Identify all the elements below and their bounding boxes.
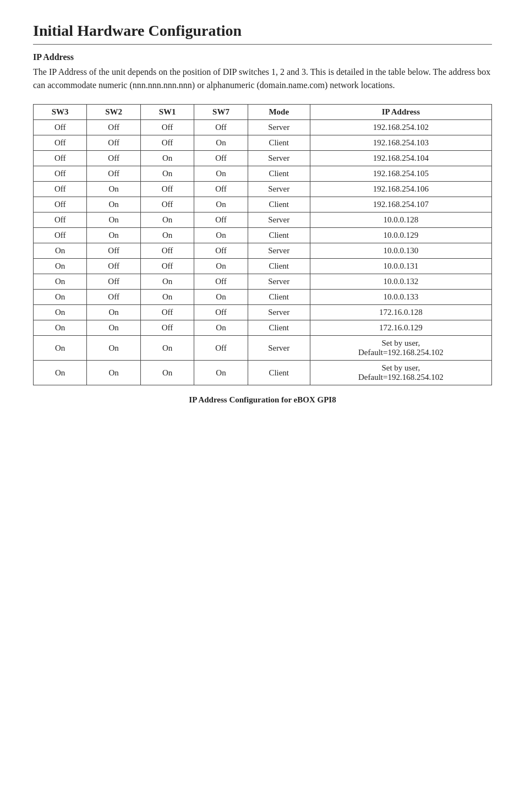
table-cell: On xyxy=(87,336,140,361)
table-cell: On xyxy=(194,361,248,385)
table-cell: On xyxy=(34,243,87,259)
table-cell: On xyxy=(87,212,140,228)
table-cell: On xyxy=(34,259,87,274)
table-cell: Off xyxy=(140,305,194,320)
table-cell: Off xyxy=(87,274,140,290)
table-row: OnOffOnOnClient10.0.0.133 xyxy=(34,290,492,305)
table-header-cell: SW2 xyxy=(87,105,140,120)
table-cell: Off xyxy=(194,305,248,320)
table-cell: On xyxy=(87,182,140,197)
table-cell: Server xyxy=(248,212,310,228)
table-cell: On xyxy=(87,197,140,212)
table-cell: Off xyxy=(194,120,248,135)
table-cell: 192.168.254.105 xyxy=(310,166,491,182)
table-cell: On xyxy=(87,228,140,243)
table-cell: 10.0.0.133 xyxy=(310,290,491,305)
table-cell: On xyxy=(34,305,87,320)
table-cell: 172.16.0.128 xyxy=(310,305,491,320)
table-cell: Server xyxy=(248,305,310,320)
table-row: OffOnOffOffServer192.168.254.106 xyxy=(34,182,492,197)
section-heading: IP Address xyxy=(33,52,492,62)
table-body: OffOffOffOffServer192.168.254.102OffOffO… xyxy=(34,120,492,385)
table-cell: Off xyxy=(194,212,248,228)
table-header-cell: SW3 xyxy=(34,105,87,120)
table-row: OnOnOnOnClientSet by user,Default=192.16… xyxy=(34,361,492,385)
table-cell: Server xyxy=(248,151,310,166)
table-cell: Client xyxy=(248,361,310,385)
table-cell: Set by user,Default=192.168.254.102 xyxy=(310,336,491,361)
table-cell: 192.168.254.102 xyxy=(310,120,491,135)
table-cell: Server xyxy=(248,336,310,361)
table-caption: IP Address Configuration for eBOX GPI8 xyxy=(33,395,492,405)
table-cell: Off xyxy=(87,120,140,135)
table-cell: Off xyxy=(34,166,87,182)
table-cell: On xyxy=(194,259,248,274)
table-cell: On xyxy=(194,290,248,305)
page-title: Initial Hardware Configuration xyxy=(33,22,492,40)
table-cell: 192.168.254.107 xyxy=(310,197,491,212)
table-cell: On xyxy=(34,290,87,305)
table-cell: Off xyxy=(194,182,248,197)
ip-config-table: SW3SW2SW1SW7ModeIP Address OffOffOffOffS… xyxy=(33,104,492,385)
table-cell: Off xyxy=(34,182,87,197)
table-cell: 10.0.0.129 xyxy=(310,228,491,243)
table-cell: Client xyxy=(248,197,310,212)
table-row: OffOffOnOnClient192.168.254.105 xyxy=(34,166,492,182)
table-cell: Off xyxy=(194,151,248,166)
table-cell: On xyxy=(140,151,194,166)
table-cell: On xyxy=(194,166,248,182)
table-cell: Server xyxy=(248,243,310,259)
table-row: OnOffOnOffServer10.0.0.132 xyxy=(34,274,492,290)
table-cell: On xyxy=(140,274,194,290)
table-cell: On xyxy=(140,212,194,228)
table-cell: 172.16.0.129 xyxy=(310,320,491,336)
table-cell: Client xyxy=(248,290,310,305)
table-cell: Client xyxy=(248,228,310,243)
table-cell: Server xyxy=(248,120,310,135)
table-cell: On xyxy=(140,228,194,243)
table-cell: Server xyxy=(248,182,310,197)
table-cell: On xyxy=(140,361,194,385)
table-header-cell: SW1 xyxy=(140,105,194,120)
table-header-row: SW3SW2SW1SW7ModeIP Address xyxy=(34,105,492,120)
table-row: OffOnOnOffServer10.0.0.128 xyxy=(34,212,492,228)
table-cell: 10.0.0.132 xyxy=(310,274,491,290)
table-cell: Off xyxy=(34,212,87,228)
table-cell: Off xyxy=(140,320,194,336)
table-row: OffOnOnOnClient10.0.0.129 xyxy=(34,228,492,243)
table-header-cell: IP Address xyxy=(310,105,491,120)
table-cell: Off xyxy=(194,336,248,361)
table-cell: On xyxy=(34,336,87,361)
table-cell: Off xyxy=(87,290,140,305)
table-cell: On xyxy=(34,320,87,336)
table-cell: Off xyxy=(140,243,194,259)
table-cell: On xyxy=(34,274,87,290)
table-cell: On xyxy=(194,228,248,243)
table-cell: Off xyxy=(87,166,140,182)
table-cell: Off xyxy=(194,274,248,290)
table-cell: On xyxy=(34,361,87,385)
table-row: OnOffOffOffServer10.0.0.130 xyxy=(34,243,492,259)
table-cell: Client xyxy=(248,259,310,274)
table-cell: 10.0.0.130 xyxy=(310,243,491,259)
table-cell: 192.168.254.104 xyxy=(310,151,491,166)
table-cell: Off xyxy=(34,197,87,212)
table-cell: On xyxy=(140,290,194,305)
table-cell: 192.168.254.106 xyxy=(310,182,491,197)
table-cell: Off xyxy=(34,228,87,243)
table-cell: Client xyxy=(248,166,310,182)
table-cell: On xyxy=(194,320,248,336)
table-cell: Off xyxy=(87,151,140,166)
table-cell: Off xyxy=(140,259,194,274)
table-cell: Off xyxy=(194,243,248,259)
table-cell: 10.0.0.128 xyxy=(310,212,491,228)
table-cell: On xyxy=(87,305,140,320)
table-row: OnOnOnOffServerSet by user,Default=192.1… xyxy=(34,336,492,361)
table-cell: Off xyxy=(140,120,194,135)
table-cell: On xyxy=(87,361,140,385)
table-cell: Client xyxy=(248,135,310,151)
table-row: OffOnOffOnClient192.168.254.107 xyxy=(34,197,492,212)
table-cell: Set by user,Default=192.168.254.102 xyxy=(310,361,491,385)
table-cell: On xyxy=(87,320,140,336)
table-cell: Off xyxy=(87,135,140,151)
